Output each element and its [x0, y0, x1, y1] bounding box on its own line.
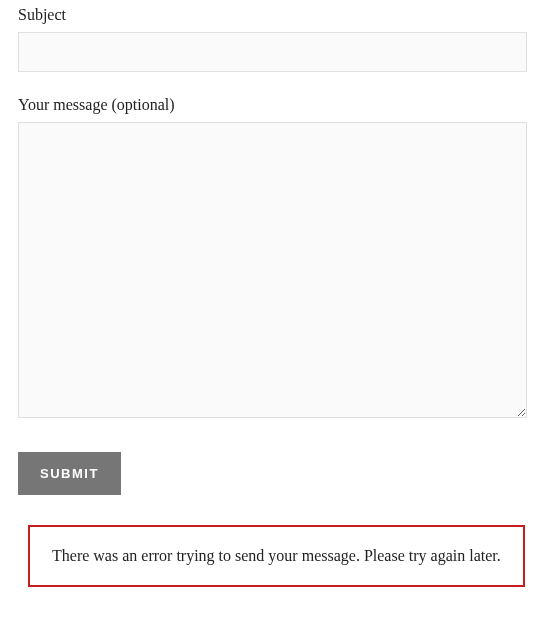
message-textarea[interactable] [18, 122, 527, 418]
submit-button[interactable]: SUBMIT [18, 452, 121, 495]
error-message-box: There was an error trying to send your m… [28, 525, 525, 587]
subject-field-group: Subject [18, 6, 527, 72]
message-field-group: Your message (optional) [18, 96, 527, 422]
error-message-text: There was an error trying to send your m… [52, 547, 501, 564]
message-label: Your message (optional) [18, 96, 527, 114]
subject-input[interactable] [18, 32, 527, 72]
subject-label: Subject [18, 6, 527, 24]
contact-form: Subject Your message (optional) SUBMIT [18, 6, 527, 495]
